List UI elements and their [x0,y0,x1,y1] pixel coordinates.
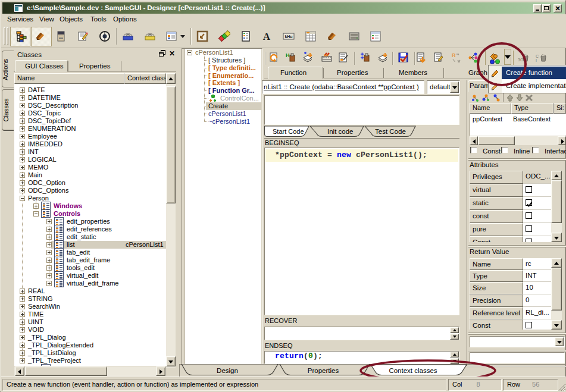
svg-text:Properties: Properties [308,367,339,374]
svg-text:3G: 3G [518,58,523,62]
svg-text:Init code: Init code [327,128,353,135]
svg-text:Context classes: Context classes [389,367,437,374]
svg-text:A: A [263,31,271,42]
svg-text:kHu: kHu [284,35,292,39]
svg-text:Design: Design [217,367,238,374]
svg-text:I: I [536,58,537,62]
svg-text:R: R [452,52,456,58]
svg-text:Test Code: Test Code [375,128,406,135]
svg-text:C: C [536,54,539,58]
svg-text:H: H [286,52,290,58]
svg-text:Start Code: Start Code [273,128,304,135]
